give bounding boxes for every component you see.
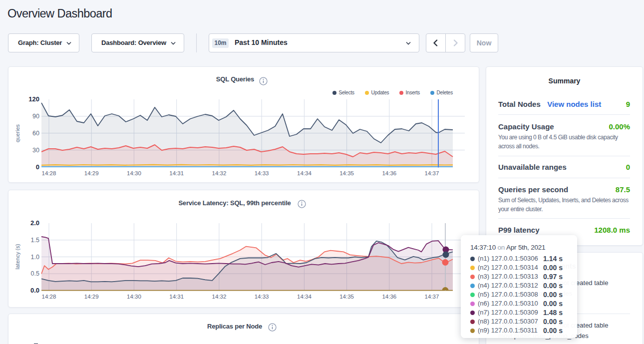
svg-text:120: 120 [28,95,39,103]
svg-text:0.5: 0.5 [31,270,39,277]
svg-text:14:30: 14:30 [127,170,141,176]
svg-text:14:37: 14:37 [425,170,439,176]
svg-text:14:31: 14:31 [169,294,184,300]
svg-text:14:29: 14:29 [84,170,99,176]
svg-text:14:32: 14:32 [212,294,227,300]
svg-text:30: 30 [32,147,39,154]
svg-text:latency (s): latency (s) [14,244,20,270]
svg-text:14:28: 14:28 [42,170,56,176]
svg-text:14:33: 14:33 [255,294,269,300]
svg-text:0.0: 0.0 [30,287,39,294]
svg-text:14:36: 14:36 [382,170,396,176]
svg-text:60: 60 [32,130,39,137]
svg-text:14:31: 14:31 [169,170,184,176]
svg-text:queries: queries [14,124,20,142]
svg-text:14:37: 14:37 [425,294,439,300]
svg-text:0: 0 [36,163,39,171]
svg-text:90: 90 [32,113,39,120]
svg-text:14:33: 14:33 [255,170,269,176]
svg-text:14:29: 14:29 [84,294,99,300]
svg-text:1.5: 1.5 [31,237,39,244]
svg-text:14:28: 14:28 [42,294,56,300]
svg-text:14:34: 14:34 [297,294,312,300]
svg-text:14:34: 14:34 [297,170,312,176]
svg-text:14:30: 14:30 [127,294,141,300]
svg-text:2.0: 2.0 [30,219,39,227]
svg-text:14:32: 14:32 [212,170,227,176]
svg-text:14:35: 14:35 [339,170,354,176]
svg-text:14:36: 14:36 [382,294,396,300]
svg-text:14:35: 14:35 [339,294,354,300]
svg-text:1.0: 1.0 [31,254,39,261]
